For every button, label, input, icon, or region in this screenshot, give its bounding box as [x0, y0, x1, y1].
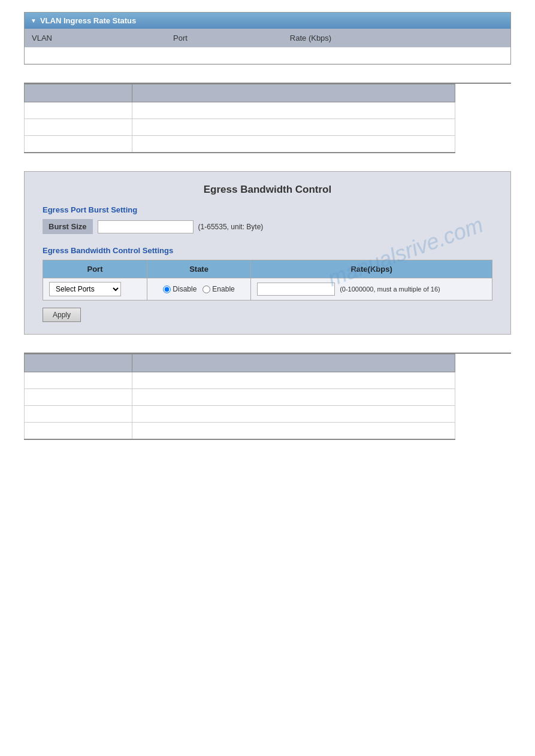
burst-size-label: Burst Size: [43, 219, 93, 234]
apply-button[interactable]: Apply: [43, 308, 81, 322]
port-select[interactable]: Select Ports: [49, 282, 121, 296]
generic-table-1: [24, 84, 455, 153]
enable-label: Enable: [212, 285, 234, 293]
generic-col-2-header: [132, 84, 455, 102]
vlan-ingress-table: VLAN Port Rate (Kbps): [25, 29, 510, 64]
vlan-ingress-title: VLAN Ingress Rate Status: [40, 16, 136, 25]
vlan-ingress-header: ▼ VLAN Ingress Rate Status: [25, 13, 510, 29]
rate-input[interactable]: [257, 283, 335, 296]
egress-settings-title: Egress Bandwidth Control Settings: [43, 246, 492, 255]
table-row: [25, 372, 455, 389]
rate-col-header: Rate (Kbps): [283, 29, 510, 47]
table-row: [25, 47, 510, 64]
enable-radio-label[interactable]: Enable: [202, 285, 234, 293]
burst-hint: (1-65535, unit: Byte): [198, 223, 264, 231]
generic2-col-2-header: [132, 354, 455, 372]
burst-size-input[interactable]: [98, 220, 194, 233]
state-cell: Disable Enable: [153, 285, 244, 293]
port-header: Port: [43, 260, 147, 278]
egress-table: Port State Rate(Kbps) Select Ports: [43, 260, 492, 300]
egress-title: Egress Bandwidth Control: [43, 184, 492, 196]
table-row: [25, 119, 455, 136]
rate-hint: (0-1000000, must a multiple of 16): [340, 286, 440, 293]
disable-radio[interactable]: [163, 286, 171, 293]
generic-col-1-header: [25, 84, 132, 102]
generic-table-section-2: [24, 353, 511, 440]
vlan-col-header: VLAN: [25, 29, 166, 47]
disable-radio-label[interactable]: Disable: [163, 285, 197, 293]
table-row: [25, 389, 455, 406]
state-header: State: [147, 260, 250, 278]
disable-label: Disable: [173, 285, 197, 293]
egress-settings-row: Select Ports Disable Enable: [43, 278, 492, 300]
port-col-header: Port: [166, 29, 283, 47]
egress-bandwidth-section: Egress Bandwidth Control Egress Port Bur…: [24, 171, 511, 335]
generic-table-2: [24, 354, 455, 440]
burst-section-title: Egress Port Burst Setting: [43, 205, 492, 214]
table-row: [25, 406, 455, 423]
table-row: [25, 423, 455, 440]
burst-setting-row: Burst Size (1-65535, unit: Byte): [43, 219, 492, 234]
vlan-ingress-section: ▼ VLAN Ingress Rate Status VLAN Port Rat…: [24, 12, 511, 65]
generic-table-section-1: [24, 83, 511, 153]
generic2-col-1-header: [25, 354, 132, 372]
collapse-arrow-icon[interactable]: ▼: [31, 17, 37, 24]
rate-header: Rate(Kbps): [251, 260, 492, 278]
table-row: [25, 136, 455, 153]
enable-radio[interactable]: [202, 286, 210, 293]
table-row: [25, 102, 455, 119]
rate-cell: (0-1000000, must a multiple of 16): [257, 283, 486, 296]
